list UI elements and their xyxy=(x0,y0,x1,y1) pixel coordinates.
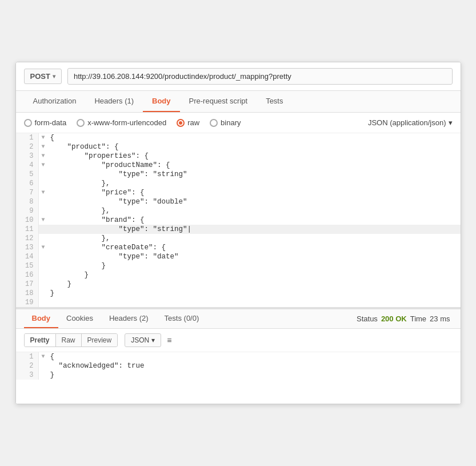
json-format-chevron-icon: ▾ xyxy=(449,118,453,127)
line-content: } xyxy=(48,280,461,289)
line-number: 1 xyxy=(16,352,39,361)
line-content: "product": { xyxy=(48,142,461,152)
wrap-icon[interactable]: ≡ xyxy=(167,336,171,345)
line-number: 9 xyxy=(16,206,39,216)
status-label: Status xyxy=(357,314,378,323)
line-number: 4 xyxy=(16,161,39,170)
line-content: "properties": { xyxy=(48,152,461,161)
fold-icon xyxy=(39,252,48,261)
url-input[interactable] xyxy=(67,68,453,85)
code-line: 3 ▼ "properties": { xyxy=(16,152,461,161)
fold-icon xyxy=(39,270,48,280)
format-pretty-btn[interactable]: Pretty xyxy=(25,334,56,346)
line-number: 16 xyxy=(16,270,39,280)
label-binary: binary xyxy=(221,118,241,127)
fold-icon xyxy=(39,234,48,243)
line-content: } xyxy=(48,289,461,298)
code-line: 8 "type": "double" xyxy=(16,197,461,206)
line-content: } xyxy=(48,270,461,280)
response-code-line: 3 } xyxy=(16,371,461,380)
fold-icon xyxy=(39,179,48,188)
line-content: "createDate": { xyxy=(48,243,461,252)
fold-icon xyxy=(39,206,48,216)
postman-window: POST ▾ Authorization Headers (1) Body Pr… xyxy=(15,62,461,404)
response-tab-body[interactable]: Body xyxy=(24,309,59,328)
status-value: 200 OK xyxy=(381,314,407,323)
fold-icon: ▼ xyxy=(39,152,48,161)
fold-icon: ▼ xyxy=(39,161,48,170)
code-line: 16 } xyxy=(16,270,461,280)
line-content: }, xyxy=(48,179,461,188)
response-code-line: 1 ▼ { xyxy=(16,352,461,361)
code-line: 14 "type": "date" xyxy=(16,252,461,261)
response-code-lines: 1 ▼ { 2 "acknowledged": true 3 } xyxy=(16,352,461,380)
response-json-label: JSON xyxy=(131,336,149,344)
line-number: 3 xyxy=(16,152,39,161)
radio-form-data xyxy=(24,119,32,127)
response-tab-cookies[interactable]: Cookies xyxy=(58,309,101,328)
response-tab-headers[interactable]: Headers (2) xyxy=(101,309,157,328)
line-number: 2 xyxy=(16,361,39,371)
json-format-label: JSON (application/json) xyxy=(368,118,446,127)
body-options: form-data x-www-form-urlencoded raw bina… xyxy=(16,113,461,133)
request-body-editor[interactable]: 1 ▼ { 2 ▼ "product": { 3 ▼ "properties":… xyxy=(16,133,461,309)
tab-tests[interactable]: Tests xyxy=(257,91,292,112)
tab-headers[interactable]: Headers (1) xyxy=(85,91,143,112)
option-raw[interactable]: raw xyxy=(177,118,199,127)
code-line: 17 } xyxy=(16,280,461,289)
response-section: Body Cookies Headers (2) Tests (0/0) Sta… xyxy=(16,309,461,404)
label-form-data: form-data xyxy=(35,118,67,127)
line-content: "type": "string" xyxy=(48,170,461,179)
fold-icon xyxy=(39,298,48,307)
line-content: "productName": { xyxy=(48,161,461,170)
fold-icon xyxy=(39,225,48,234)
code-line: 18 } xyxy=(16,289,461,298)
code-line: 11 "type": "string"| xyxy=(16,225,461,234)
response-json-chevron-icon: ▾ xyxy=(151,336,155,344)
line-content xyxy=(48,298,461,307)
line-number: 14 xyxy=(16,252,39,261)
tab-authorization[interactable]: Authorization xyxy=(24,91,86,112)
line-content: { xyxy=(48,133,461,142)
response-tab-tests[interactable]: Tests (0/0) xyxy=(157,309,207,328)
json-format-selector[interactable]: JSON (application/json) ▾ xyxy=(368,118,453,127)
tab-prerequest[interactable]: Pre-request script xyxy=(180,91,257,112)
code-line: 5 "type": "string" xyxy=(16,170,461,179)
option-binary[interactable]: binary xyxy=(210,118,241,127)
fold-icon xyxy=(39,170,48,179)
tab-body[interactable]: Body xyxy=(143,91,180,112)
line-number: 1 xyxy=(16,133,39,142)
response-status-bar: Status 200 OK Time 23 ms xyxy=(357,314,452,323)
format-raw-btn[interactable]: Raw xyxy=(56,334,82,346)
fold-icon xyxy=(39,361,48,371)
line-content: "acknowledged": true xyxy=(48,361,461,371)
fold-icon xyxy=(39,261,48,270)
line-number: 19 xyxy=(16,298,39,307)
line-content: "brand": { xyxy=(48,216,461,225)
time-label: Time xyxy=(410,314,426,323)
option-form-data[interactable]: form-data xyxy=(24,118,67,127)
line-number: 17 xyxy=(16,280,39,289)
line-content: "type": "date" xyxy=(48,252,461,261)
fold-icon xyxy=(39,289,48,298)
code-line: 7 ▼ "price": { xyxy=(16,188,461,197)
line-number: 10 xyxy=(16,216,39,225)
method-selector[interactable]: POST ▾ xyxy=(24,69,62,84)
code-lines: 1 ▼ { 2 ▼ "product": { 3 ▼ "properties":… xyxy=(16,133,461,307)
code-line: 13 ▼ "createDate": { xyxy=(16,243,461,252)
format-preview-btn[interactable]: Preview xyxy=(82,334,118,346)
response-json-btn[interactable]: JSON ▾ xyxy=(125,333,161,347)
code-line: 10 ▼ "brand": { xyxy=(16,216,461,225)
url-bar: POST ▾ xyxy=(16,62,461,91)
line-number: 6 xyxy=(16,179,39,188)
option-urlencoded[interactable]: x-www-form-urlencoded xyxy=(77,118,166,127)
line-content: "price": { xyxy=(48,188,461,197)
radio-urlencoded xyxy=(77,119,85,127)
method-chevron-icon: ▾ xyxy=(53,73,55,79)
line-number: 13 xyxy=(16,243,39,252)
format-btn-group: Pretty Raw Preview xyxy=(24,333,118,347)
code-line: 12 }, xyxy=(16,234,461,243)
fold-icon: ▼ xyxy=(39,188,48,197)
line-number: 3 xyxy=(16,371,39,380)
code-line: 19 xyxy=(16,298,461,307)
